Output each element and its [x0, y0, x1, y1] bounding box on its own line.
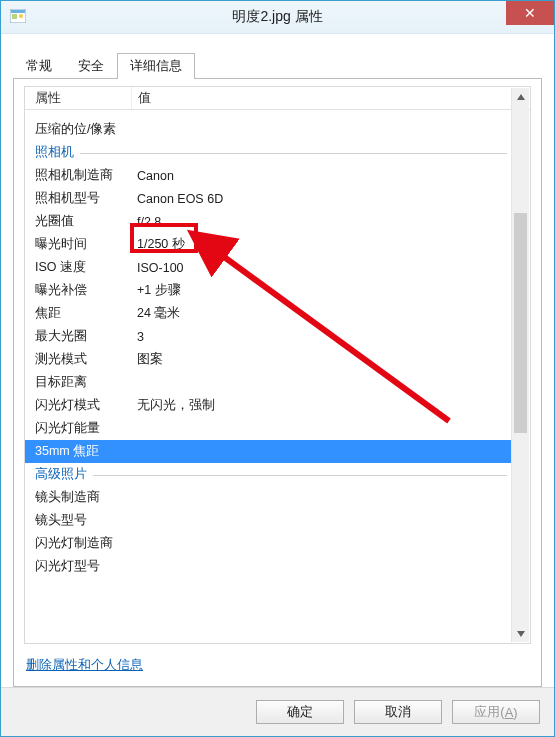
- table-row[interactable]: 焦距24 毫米: [25, 302, 513, 325]
- property-value[interactable]: 24 毫米: [131, 305, 513, 322]
- button-bar: 确定 取消 应用(A): [1, 687, 554, 736]
- file-icon: [9, 7, 27, 25]
- property-name: 照相机制造商: [25, 167, 131, 184]
- property-value[interactable]: f/2.8: [131, 215, 513, 229]
- table-row[interactable]: 闪光灯能量: [25, 417, 513, 440]
- apply-button[interactable]: 应用(A): [452, 700, 540, 724]
- table-row[interactable]: 镜头制造商: [25, 486, 513, 509]
- tab-general[interactable]: 常规: [13, 53, 65, 79]
- header-value[interactable]: 值: [131, 87, 530, 109]
- property-value: sRGB: [131, 109, 513, 112]
- property-value[interactable]: Canon EOS 6D: [131, 192, 513, 206]
- header-property[interactable]: 属性: [25, 87, 131, 109]
- table-row[interactable]: 测光模式图案: [25, 348, 513, 371]
- close-button[interactable]: ✕: [506, 1, 554, 25]
- table-row[interactable]: 曝光时间1/250 秒: [25, 233, 513, 256]
- property-name: 闪光灯制造商: [25, 535, 131, 552]
- property-name: 测光模式: [25, 351, 131, 368]
- tab-details[interactable]: 详细信息: [117, 53, 195, 79]
- svg-rect-2: [12, 14, 17, 19]
- remove-properties-link[interactable]: 删除属性和个人信息: [26, 657, 143, 672]
- property-value[interactable]: 图案: [131, 351, 513, 368]
- scroll-thumb[interactable]: [514, 213, 527, 433]
- table-row[interactable]: 闪光灯型号: [25, 555, 513, 578]
- table-row[interactable]: ISO 速度ISO-100: [25, 256, 513, 279]
- table-row[interactable]: 压缩的位/像素: [25, 118, 513, 141]
- tab-bar: 常规 安全 详细信息: [1, 34, 554, 78]
- property-name: 光圈值: [25, 213, 131, 230]
- property-value[interactable]: 1/250 秒: [131, 236, 513, 253]
- table-row[interactable]: 目标距离: [25, 371, 513, 394]
- property-value[interactable]: ISO-100: [131, 261, 513, 275]
- property-name: 35mm 焦距: [25, 443, 131, 460]
- details-pane: 属性 值 sRGB压缩的位/像素照相机照相机制造商Canon照相机型号Canon…: [13, 78, 542, 687]
- group-label: 高级照片: [35, 466, 87, 483]
- group-label: 照相机: [35, 144, 74, 161]
- property-name: 闪光灯型号: [25, 558, 131, 575]
- close-icon: ✕: [524, 6, 536, 20]
- ok-button[interactable]: 确定: [256, 700, 344, 724]
- property-name: 镜头制造商: [25, 489, 131, 506]
- table-row[interactable]: sRGB: [25, 109, 513, 118]
- table-row[interactable]: 照相机制造商Canon: [25, 164, 513, 187]
- property-value[interactable]: 无闪光，强制: [131, 397, 513, 414]
- property-name: 曝光时间: [25, 236, 131, 253]
- properties-window: 明度2.jpg 属性 ✕ 常规 安全 详细信息 属性 值 sRGB压缩的位/像素…: [0, 0, 555, 737]
- scroll-up-button[interactable]: [512, 88, 529, 105]
- cancel-button[interactable]: 取消: [354, 700, 442, 724]
- window-title: 明度2.jpg 属性: [232, 8, 322, 26]
- property-name: 照相机型号: [25, 190, 131, 207]
- tab-security[interactable]: 安全: [65, 53, 117, 79]
- property-name: 镜头型号: [25, 512, 131, 529]
- svg-point-3: [19, 14, 23, 18]
- property-name: 压缩的位/像素: [25, 121, 131, 138]
- property-name: 闪光灯能量: [25, 420, 131, 437]
- table-row[interactable]: 照相机型号Canon EOS 6D: [25, 187, 513, 210]
- group-header[interactable]: 照相机: [25, 141, 513, 164]
- properties-list[interactable]: 属性 值 sRGB压缩的位/像素照相机照相机制造商Canon照相机型号Canon…: [24, 86, 531, 644]
- property-value[interactable]: 3: [131, 330, 513, 344]
- titlebar[interactable]: 明度2.jpg 属性 ✕: [1, 1, 554, 34]
- property-name: 曝光补偿: [25, 282, 131, 299]
- property-name: ISO 速度: [25, 259, 131, 276]
- table-row[interactable]: 闪光灯制造商: [25, 532, 513, 555]
- list-header[interactable]: 属性 值: [25, 87, 530, 110]
- property-value[interactable]: Canon: [131, 169, 513, 183]
- property-name: 焦距: [25, 305, 131, 322]
- scrollbar-vertical[interactable]: [511, 88, 529, 642]
- property-value[interactable]: +1 步骤: [131, 282, 513, 299]
- table-row[interactable]: 光圈值f/2.8: [25, 210, 513, 233]
- svg-rect-1: [11, 10, 25, 13]
- table-row[interactable]: 镜头型号: [25, 509, 513, 532]
- table-row[interactable]: 闪光灯模式无闪光，强制: [25, 394, 513, 417]
- group-header[interactable]: 高级照片: [25, 463, 513, 486]
- table-row[interactable]: 曝光补偿+1 步骤: [25, 279, 513, 302]
- property-name: 闪光灯模式: [25, 397, 131, 414]
- table-row[interactable]: 35mm 焦距: [25, 440, 513, 463]
- property-name: 最大光圈: [25, 328, 131, 345]
- property-name: 目标距离: [25, 374, 131, 391]
- scroll-track[interactable]: [512, 105, 529, 625]
- scroll-down-button[interactable]: [512, 625, 529, 642]
- table-row[interactable]: 最大光圈3: [25, 325, 513, 348]
